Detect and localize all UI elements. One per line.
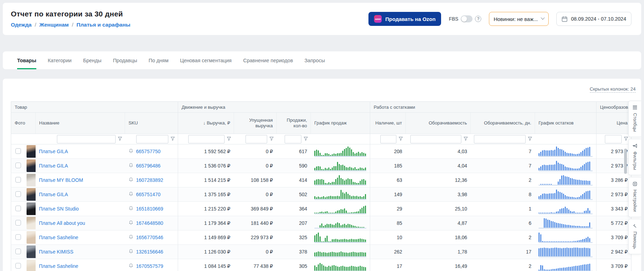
product-photo[interactable]	[27, 174, 36, 186]
column-header-10[interactable]: График остатков	[535, 113, 597, 134]
filter-funnel-icon[interactable]	[624, 136, 628, 142]
sku-link[interactable]: 1656770546	[136, 235, 163, 240]
column-header-2[interactable]: SKU	[125, 113, 178, 134]
column-header-6[interactable]: График продаж	[311, 113, 370, 134]
product-photo[interactable]	[27, 202, 36, 215]
bell-icon[interactable]	[129, 249, 133, 255]
row-checkbox[interactable]	[15, 249, 21, 254]
bell-icon[interactable]	[129, 206, 133, 212]
product-photo[interactable]	[27, 260, 36, 271]
filter-funnel-icon[interactable]	[118, 136, 122, 142]
tab-2[interactable]: Бренды	[83, 51, 102, 69]
tab-7[interactable]: Запросы	[305, 51, 325, 69]
sku-link[interactable]: 665751470	[136, 192, 161, 197]
sku-link[interactable]: 665796486	[136, 163, 161, 169]
column-filter-input-9[interactable]	[410, 135, 461, 143]
hidden-columns-link[interactable]: Скрытых колонок: 24	[590, 86, 636, 93]
fbs-toggle[interactable]	[461, 15, 473, 22]
bell-icon[interactable]	[129, 191, 133, 198]
column-header-0[interactable]: Фото	[11, 113, 36, 134]
sku-link[interactable]: 1651810669	[136, 206, 163, 212]
side-tab-columns[interactable]: Столбцы	[628, 101, 641, 137]
column-header-9[interactable]: Оборачиваемость, дн.	[471, 113, 535, 134]
sku-link[interactable]: 1670557579	[136, 263, 163, 269]
row-checkbox[interactable]	[15, 191, 21, 197]
product-photo[interactable]	[27, 145, 36, 158]
row-checkbox[interactable]	[15, 148, 21, 154]
product-name-link[interactable]: Платье SN Studio	[39, 206, 79, 212]
sell-on-ozon-button[interactable]: ozon Продавать на Ozon	[368, 12, 441, 26]
column-header-7[interactable]: Наличие, шт	[370, 113, 406, 134]
product-name-link[interactable]: Платье Sasheline	[39, 263, 79, 269]
row-checkbox[interactable]	[15, 206, 21, 211]
vertical-scrollbar[interactable]	[624, 149, 627, 174]
bell-icon[interactable]	[129, 163, 133, 169]
column-filter-input-12[interactable]	[605, 135, 622, 143]
column-filter-input-2[interactable]	[57, 135, 116, 143]
chart-bar	[542, 184, 543, 185]
product-photo[interactable]	[27, 231, 36, 244]
tab-5[interactable]: Ценовая сегментация	[180, 51, 232, 69]
column-filter-input-8[interactable]	[380, 135, 396, 143]
tab-6[interactable]: Сравнение периодов	[243, 51, 293, 69]
sku-link[interactable]: 665757750	[136, 149, 161, 154]
column-header-11[interactable]: Цена	[597, 113, 631, 134]
row-checkbox[interactable]	[15, 263, 21, 269]
breadcrumb-link-2[interactable]: Платья и сарафаны	[76, 22, 130, 28]
sku-link[interactable]: 1674648580	[136, 220, 163, 226]
product-name-link[interactable]: Платье MY BLOOM	[39, 177, 83, 183]
row-checkbox[interactable]	[15, 234, 21, 240]
chart-bar	[586, 226, 587, 228]
row-checkbox[interactable]	[15, 163, 21, 168]
product-name-link[interactable]: Платье GILA	[39, 192, 68, 197]
sku-link[interactable]: 1326156646	[136, 249, 163, 255]
bell-icon[interactable]	[129, 263, 133, 269]
filter-funnel-icon[interactable]	[528, 136, 532, 142]
product-name-link[interactable]: Платье GILA	[39, 163, 68, 169]
filter-funnel-icon[interactable]	[463, 136, 468, 142]
tab-0[interactable]: Товары	[17, 51, 36, 69]
column-filter-input-10[interactable]	[474, 135, 526, 143]
side-tab-settings[interactable]: Настройки	[628, 177, 641, 217]
column-header-8[interactable]: Оборачиваемость	[406, 113, 471, 134]
novelty-filter-dropdown[interactable]: Новинки: не важ...	[489, 12, 549, 26]
bell-icon[interactable]	[129, 177, 133, 183]
bell-icon[interactable]	[129, 234, 133, 241]
column-header-5[interactable]: Продажи, кол-во	[277, 113, 311, 134]
column-filter-input-4[interactable]	[188, 135, 225, 143]
bell-icon[interactable]	[129, 148, 133, 155]
product-photo[interactable]	[27, 188, 36, 201]
filter-funnel-icon[interactable]	[227, 136, 231, 142]
column-header-1[interactable]: Название	[36, 113, 125, 134]
column-filter-input-3[interactable]	[136, 135, 168, 143]
side-tab-help[interactable]: Помощь	[628, 219, 641, 254]
row-checkbox[interactable]	[15, 177, 21, 183]
breadcrumb-link-1[interactable]: Женщинам	[39, 22, 69, 28]
product-photo[interactable]	[27, 245, 36, 258]
filter-funnel-icon[interactable]	[398, 136, 403, 142]
row-checkbox[interactable]	[15, 220, 21, 226]
product-name-link[interactable]: Платье KIMISS	[39, 249, 74, 255]
product-name-link[interactable]: Платье Sasheline	[39, 235, 79, 240]
product-photo[interactable]	[27, 159, 36, 172]
tab-1[interactable]: Категории	[48, 51, 72, 69]
filter-funnel-icon[interactable]	[303, 136, 308, 142]
filter-funnel-icon[interactable]	[170, 136, 175, 142]
bell-icon[interactable]	[129, 220, 133, 226]
product-name-link[interactable]: Платье GILA	[39, 149, 68, 154]
column-filter-input-5[interactable]	[246, 135, 267, 143]
date-range-picker[interactable]: 08.09.2024 - 07.10.2024	[556, 12, 631, 26]
tab-3[interactable]: Продавцы	[113, 51, 137, 69]
filter-funnel-icon[interactable]	[269, 136, 274, 142]
column-header-3[interactable]: ↓ Выручка, ₽	[178, 113, 234, 134]
column-filter-input-6[interactable]	[285, 135, 301, 143]
side-tab-filters[interactable]: Фильтры	[628, 139, 641, 175]
tab-4[interactable]: По дням	[149, 51, 169, 69]
product-photo[interactable]	[27, 217, 36, 229]
sku-link[interactable]: 1607283892	[136, 177, 163, 183]
chart-bar	[580, 195, 581, 199]
product-name-link[interactable]: Платье All about you	[39, 220, 85, 226]
breadcrumb-link-0[interactable]: Одежда	[11, 22, 31, 28]
fbs-help-icon[interactable]: ?	[475, 16, 481, 22]
column-header-4[interactable]: Упущенная выручка	[234, 113, 277, 134]
